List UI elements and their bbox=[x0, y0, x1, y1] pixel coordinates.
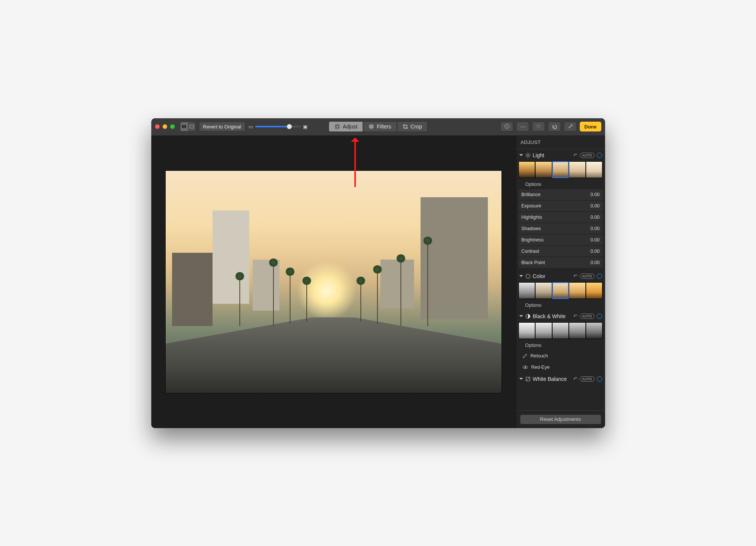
svg-line-8 bbox=[335, 125, 336, 125]
section-bw-header[interactable]: Black & White ↶ AUTO bbox=[516, 310, 605, 322]
revert-button[interactable]: Revert to Original bbox=[199, 122, 245, 131]
enable-color-toggle[interactable] bbox=[597, 274, 602, 279]
section-color-header[interactable]: Color ↶ AUTO bbox=[516, 270, 605, 282]
editor-body: ADJUST Light ↶ AUTO bbox=[151, 136, 605, 428]
disclosure-down-icon bbox=[519, 154, 523, 158]
section-retouch-header[interactable]: Retouch bbox=[516, 350, 605, 362]
color-thumb[interactable] bbox=[518, 282, 536, 299]
slider-contrast[interactable]: Contrast0.00 bbox=[518, 246, 603, 257]
reset-label: Reset Adjustments bbox=[540, 416, 581, 422]
color-options-toggle[interactable]: Options bbox=[516, 301, 605, 310]
color-thumb[interactable] bbox=[569, 282, 586, 299]
minimize-window[interactable] bbox=[163, 124, 167, 129]
photos-edit-window: Revert to Original ▭ ▣ Adjust Filters bbox=[151, 118, 605, 428]
window-controls bbox=[155, 124, 175, 129]
light-thumb[interactable] bbox=[569, 161, 586, 178]
undo-icon[interactable]: ↶ bbox=[573, 313, 577, 319]
color-thumbnails[interactable] bbox=[516, 282, 605, 301]
undo-icon[interactable]: ↶ bbox=[573, 376, 577, 382]
section-redeye-label: Red-Eye bbox=[531, 365, 550, 370]
auto-color-button[interactable]: AUTO bbox=[580, 274, 595, 279]
view-mode-segmented[interactable] bbox=[180, 122, 196, 131]
light-options-toggle[interactable]: Options bbox=[516, 180, 605, 189]
disclosure-down-icon bbox=[519, 275, 523, 279]
light-thumb[interactable] bbox=[518, 161, 536, 178]
undo-icon[interactable]: ↶ bbox=[573, 152, 577, 158]
section-retouch-label: Retouch bbox=[531, 353, 548, 359]
wand-icon bbox=[568, 124, 573, 129]
color-thumb[interactable] bbox=[535, 282, 552, 299]
bw-thumb[interactable] bbox=[518, 322, 536, 339]
slider-exposure[interactable]: Exposure0.00 bbox=[518, 201, 603, 211]
enable-wb-toggle[interactable] bbox=[597, 376, 602, 382]
svg-point-19 bbox=[527, 154, 529, 156]
zoom-out-icon[interactable]: ▭ bbox=[248, 124, 253, 130]
rotate-icon bbox=[552, 124, 557, 129]
info-button[interactable]: ⓘ bbox=[500, 122, 513, 131]
section-wb-header[interactable]: White Balance ↶ AUTO bbox=[516, 373, 605, 385]
info-icon: ⓘ bbox=[505, 123, 509, 130]
enable-bw-toggle[interactable] bbox=[597, 314, 602, 319]
auto-enhance-button[interactable] bbox=[564, 122, 577, 131]
panel-title: ADJUST bbox=[516, 136, 605, 149]
svg-line-15 bbox=[569, 125, 572, 128]
section-light-header[interactable]: Light ↶ AUTO bbox=[516, 149, 605, 161]
tab-filters[interactable]: Filters bbox=[363, 121, 397, 132]
svg-line-25 bbox=[529, 156, 529, 157]
light-thumb[interactable] bbox=[586, 161, 603, 178]
slider-black-point[interactable]: Black Point0.00 bbox=[518, 257, 603, 268]
more-button[interactable]: ⋯ bbox=[516, 122, 529, 131]
svg-point-16 bbox=[572, 124, 573, 125]
rotate-button[interactable] bbox=[548, 122, 561, 131]
toolbar: Revert to Original ▭ ▣ Adjust Filters bbox=[151, 118, 605, 136]
auto-bw-button[interactable]: AUTO bbox=[580, 314, 595, 319]
tab-crop[interactable]: Crop bbox=[397, 121, 427, 132]
enable-light-toggle[interactable] bbox=[597, 153, 602, 158]
auto-light-button[interactable]: AUTO bbox=[580, 153, 595, 158]
done-button[interactable]: Done bbox=[580, 122, 601, 131]
zoom-slider[interactable] bbox=[255, 126, 301, 127]
tab-adjust[interactable]: Adjust bbox=[328, 121, 363, 132]
bw-options-toggle[interactable]: Options bbox=[516, 341, 605, 350]
slider-brightness[interactable]: Brightness0.00 bbox=[518, 235, 603, 245]
color-thumb[interactable] bbox=[552, 282, 569, 299]
view-mode-single[interactable] bbox=[188, 122, 196, 131]
light-thumbnails[interactable] bbox=[516, 161, 605, 180]
tab-crop-label: Crop bbox=[410, 124, 422, 130]
svg-rect-0 bbox=[182, 125, 184, 128]
undo-icon[interactable]: ↶ bbox=[573, 273, 577, 279]
view-mode-filmstrip[interactable] bbox=[180, 122, 188, 131]
svg-rect-1 bbox=[184, 125, 186, 128]
light-thumb[interactable] bbox=[535, 161, 552, 178]
slider-brilliance[interactable]: Brilliance0.00 bbox=[518, 189, 603, 200]
svg-line-9 bbox=[338, 128, 339, 129]
adjust-panel: ADJUST Light ↶ AUTO bbox=[516, 136, 605, 428]
bw-thumb[interactable] bbox=[552, 322, 569, 339]
edit-mode-tabs: Adjust Filters Crop bbox=[328, 121, 427, 132]
close-window[interactable] bbox=[155, 124, 160, 129]
disclosure-down-icon bbox=[519, 378, 523, 382]
section-bw-label: Black & White bbox=[533, 313, 566, 319]
fullscreen-window[interactable] bbox=[170, 124, 175, 129]
bw-thumb[interactable] bbox=[569, 322, 586, 339]
slider-shadows[interactable]: Shadows0.00 bbox=[518, 223, 603, 234]
svg-line-10 bbox=[338, 125, 339, 125]
light-thumb[interactable] bbox=[552, 161, 569, 178]
section-color-label: Color bbox=[533, 273, 545, 279]
image-canvas[interactable] bbox=[151, 136, 516, 428]
reset-adjustments-button[interactable]: Reset Adjustments bbox=[520, 415, 601, 424]
bw-thumbnails[interactable] bbox=[516, 322, 605, 341]
color-thumb[interactable] bbox=[586, 282, 603, 299]
favorite-button[interactable]: ♡ bbox=[532, 122, 545, 131]
annotation-arrow bbox=[354, 142, 356, 187]
bw-options-label: Options bbox=[525, 343, 542, 348]
bw-thumb[interactable] bbox=[586, 322, 603, 339]
retouch-icon bbox=[522, 353, 528, 359]
heart-icon: ♡ bbox=[536, 124, 541, 130]
section-redeye-header[interactable]: Red-Eye bbox=[516, 362, 605, 373]
auto-wb-button[interactable]: AUTO bbox=[580, 376, 595, 382]
bw-thumb[interactable] bbox=[535, 322, 552, 339]
color-options-label: Options bbox=[525, 303, 542, 308]
slider-highlights[interactable]: Highlights0.00 bbox=[518, 212, 603, 223]
zoom-in-icon[interactable]: ▣ bbox=[303, 124, 307, 130]
